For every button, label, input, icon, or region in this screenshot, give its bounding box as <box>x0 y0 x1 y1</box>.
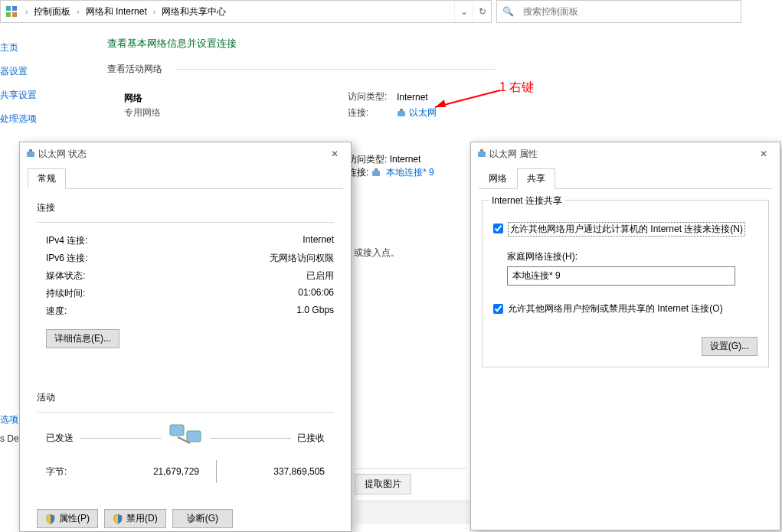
entry-point-text: 或接入点。 <box>354 246 400 259</box>
activity-icon <box>167 422 204 454</box>
ipv4-label: IPv4 连接: <box>46 234 88 247</box>
speed-value: 1.0 Gbps <box>296 305 334 318</box>
details-button[interactable]: 详细信息(E)... <box>46 329 119 348</box>
adapter-icon <box>477 149 486 158</box>
network-name: 网络 <box>124 92 161 105</box>
ethernet-status-dialog: 以太网 状态 ✕ 常规 连接 IPv4 连接:Internet IPv6 连接:… <box>19 142 352 532</box>
chevron-right-icon[interactable]: › <box>74 8 82 16</box>
home-network-label: 家庭网络连接(H): <box>507 250 757 263</box>
svg-rect-20 <box>170 425 184 436</box>
sidebar-options[interactable]: 处理选项 <box>0 109 46 133</box>
dialog-title: 以太网 属性 <box>489 148 748 161</box>
history-dropdown-button[interactable]: ⌄ <box>454 1 473 22</box>
search-input[interactable] <box>519 1 741 22</box>
properties-button[interactable]: 属性(P) <box>37 509 98 528</box>
shield-icon <box>113 514 123 524</box>
svg-rect-23 <box>480 149 483 152</box>
diagnose-button[interactable]: 诊断(G) <box>172 509 233 528</box>
svg-rect-3 <box>12 12 17 17</box>
access-type-label-2: 访问类型: <box>348 154 387 165</box>
chevron-right-icon[interactable]: › <box>150 8 159 16</box>
dialog-titlebar[interactable]: 以太网 属性 ✕ <box>471 142 780 165</box>
ethernet-properties-dialog: 以太网 属性 ✕ 网络 共享 Internet 连接共享 允许其他网络用户通过此… <box>470 142 780 530</box>
tab-bar: 网络 共享 <box>479 168 772 189</box>
chevron-right-icon[interactable]: › <box>22 8 31 16</box>
ipv6-value: 无网络访问权限 <box>270 252 334 265</box>
access-type-value: Internet <box>397 92 428 103</box>
disable-button[interactable]: 禁用(D) <box>104 509 166 528</box>
annotation-1: 1 右键 <box>499 80 534 96</box>
tab-general[interactable]: 常规 <box>28 168 66 189</box>
allow-connect-checkbox[interactable] <box>493 224 503 233</box>
ipv4-value: Internet <box>303 234 334 247</box>
group-legend: Internet 连接共享 <box>489 194 565 207</box>
section-divider <box>175 69 496 70</box>
svg-rect-22 <box>478 152 486 157</box>
svg-rect-1 <box>12 6 17 11</box>
bytes-recv-value: 337,869,505 <box>233 466 325 477</box>
sidebar: 主页 器设置 共享设置 处理选项 <box>0 38 46 133</box>
crumb-network-internet[interactable]: 网络和 Internet <box>83 1 150 22</box>
dialog-title: 以太网 状态 <box>38 148 319 161</box>
bytes-separator <box>199 460 233 483</box>
group-divider <box>37 222 334 223</box>
sidebar-home[interactable]: 主页 <box>0 38 46 62</box>
extract-image-button[interactable]: 提取图片 <box>355 474 411 494</box>
search-box[interactable]: 🔍 <box>496 0 741 23</box>
sent-label: 已发送 <box>46 432 74 445</box>
crumb-control-panel[interactable]: 控制面板 <box>31 1 74 22</box>
extract-image-wrap: 提取图片 <box>355 468 466 494</box>
svg-rect-6 <box>372 171 380 176</box>
svg-rect-4 <box>398 111 405 116</box>
bytes-sent-value: 21,679,729 <box>107 466 199 477</box>
svg-rect-19 <box>29 149 32 152</box>
refresh-button[interactable]: ↻ <box>473 1 491 22</box>
allow-control-checkbox[interactable] <box>493 304 503 314</box>
connection-link-ethernet[interactable]: 以太网 <box>409 106 437 119</box>
home-network-combo[interactable]: 本地连接* 9 <box>507 266 735 286</box>
snippet-options[interactable]: 选项 <box>0 413 18 426</box>
speed-label: 速度: <box>46 305 67 318</box>
tab-bar: 常规 <box>28 168 343 189</box>
duration-label: 持续时间: <box>46 287 85 300</box>
close-button[interactable]: ✕ <box>748 143 780 165</box>
ipv6-label: IPv6 连接: <box>46 252 88 265</box>
page-header: 查看基本网络信息并设置连接 <box>107 37 237 64</box>
snippet-de: s De <box>0 433 19 444</box>
ics-settings-button[interactable]: 设置(G)... <box>702 337 757 356</box>
access-type-label: 访问类型: <box>348 90 397 103</box>
allow-control-label: 允许其他网络用户控制或禁用共享的 Internet 连接(O) <box>508 302 723 315</box>
close-button[interactable]: ✕ <box>319 143 351 165</box>
connection-link-local9[interactable]: 本地连接* 9 <box>386 167 434 178</box>
duration-value: 01:06:06 <box>298 287 334 300</box>
connection-label: 连接: <box>348 106 397 119</box>
ics-group: Internet 连接共享 允许其他网络用户通过此计算机的 Internet 连… <box>482 200 769 367</box>
sidebar-sharing-settings[interactable]: 共享设置 <box>0 86 46 109</box>
tab-sharing[interactable]: 共享 <box>517 168 555 189</box>
shield-icon <box>45 514 56 524</box>
search-icon: 🔍 <box>497 6 519 17</box>
svg-marker-9 <box>435 100 446 107</box>
media-label: 媒体状态: <box>46 269 85 282</box>
sidebar-adapter-settings[interactable]: 器设置 <box>0 62 46 86</box>
adapter-icon <box>397 109 406 118</box>
allow-connect-checkbox-row[interactable]: 允许其他网络用户通过此计算机的 Internet 连接来连接(N) <box>493 222 757 237</box>
active-network-block: 网络 专用网络 <box>124 92 161 119</box>
address-toolbar: › 控制面板 › 网络和 Internet › 网络和共享中心 ⌄ ↻ 🔍 <box>0 0 782 23</box>
svg-rect-18 <box>27 152 34 157</box>
tab-networking[interactable]: 网络 <box>479 168 517 189</box>
network-info-2: 访问类型: Internet 连接: 本地连接* 9 <box>348 153 434 179</box>
allow-control-checkbox-row[interactable]: 允许其他网络用户控制或禁用共享的 Internet 连接(O) <box>493 302 757 315</box>
svg-rect-0 <box>6 6 11 11</box>
svg-rect-7 <box>375 168 378 171</box>
svg-rect-2 <box>6 12 11 17</box>
crumb-sharing-center[interactable]: 网络和共享中心 <box>159 1 229 22</box>
control-panel-icon <box>4 4 19 19</box>
breadcrumb-bar[interactable]: › 控制面板 › 网络和 Internet › 网络和共享中心 ⌄ ↻ <box>0 0 492 23</box>
svg-rect-5 <box>400 109 403 111</box>
dialog-titlebar[interactable]: 以太网 状态 ✕ <box>20 142 351 165</box>
adapter-icon <box>371 168 381 178</box>
svg-rect-21 <box>187 431 201 442</box>
svg-line-8 <box>435 90 500 107</box>
page-title: 查看基本网络信息并设置连接 <box>107 37 237 51</box>
